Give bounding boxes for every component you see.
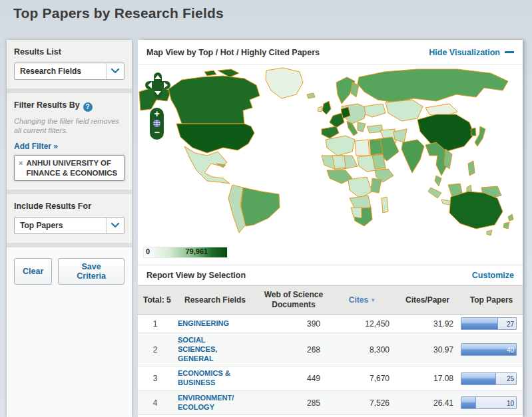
- column-header-cites[interactable]: Cites▼: [330, 286, 395, 315]
- map-view-title: Map View by Top /​ Hot /​ Highly Cited P…: [146, 48, 320, 57]
- report-table: Total: 5 Research Fields Web of Science …: [138, 285, 523, 417]
- section-divider: [7, 88, 132, 93]
- row-rank: 1: [138, 315, 172, 333]
- table-row: 3 ECONOMICS & BUSINESS 449 7,670 17.08 2…: [138, 366, 523, 391]
- wos-documents-value: 449: [258, 366, 330, 391]
- column-header-wos-documents[interactable]: Web of Science Documents: [258, 286, 330, 315]
- top-papers-value: 25: [507, 375, 514, 382]
- research-field-link[interactable]: ENGINEERING: [178, 319, 229, 329]
- report-view-title: Report View by Selection: [146, 271, 246, 280]
- cites-header-label: Cites: [349, 295, 368, 305]
- total-count-label: Total: 5: [138, 286, 172, 315]
- map-canvas: + − 0 79,961: [138, 65, 523, 265]
- top-papers-bar-fill: [461, 318, 498, 329]
- research-field-link[interactable]: ECONOMICS & BUSINESS: [178, 369, 246, 388]
- filter-results-label: Filter Results By?: [14, 100, 125, 112]
- wos-documents-value: 268: [258, 333, 330, 366]
- legend-max-value: 79,961: [186, 247, 208, 255]
- cites-per-paper-value: 30.97: [395, 333, 460, 366]
- chevron-down-icon: [106, 217, 124, 233]
- world-choropleth-map[interactable]: [138, 65, 523, 239]
- include-results-section: Include Results For Top Papers: [7, 194, 132, 243]
- map-zoom-control: + −: [150, 108, 164, 140]
- cites-per-paper-value: 26.41: [395, 390, 460, 415]
- remove-filter-icon[interactable]: ×: [19, 158, 23, 178]
- top-papers-value: 27: [507, 320, 514, 327]
- cites-value: 7,526: [330, 390, 395, 415]
- section-divider: [7, 190, 132, 194]
- table-row: 1 ENGINEERING 390 12,450 31.92 27: [138, 315, 523, 333]
- chevron-down-icon: [106, 63, 124, 79]
- table-row: 2 SOCIAL SCIENCES, GENERAL 268 8,300 30.…: [138, 333, 523, 366]
- collapse-icon: [505, 51, 514, 53]
- wos-documents-value: 390: [258, 315, 330, 333]
- filter-results-label-text: Filter Results By: [14, 100, 80, 110]
- research-field-link[interactable]: ENVIRONMENT/​ECOLOGY: [178, 394, 246, 412]
- top-papers-value: 40: [507, 346, 514, 353]
- top-papers-bar: 25: [461, 372, 517, 385]
- sidebar-buttons: Clear Save Criteria: [7, 247, 132, 295]
- zoom-out-button[interactable]: −: [154, 128, 159, 137]
- top-papers-bar: 27: [461, 317, 517, 330]
- filters-sidebar: Results List Research Fields Filter Resu…: [7, 40, 132, 417]
- top-papers-bar-fill: [461, 373, 496, 384]
- row-rank: 4: [138, 390, 172, 415]
- column-header-top-papers[interactable]: Top Papers: [460, 286, 523, 315]
- cites-per-paper-value: 31.92: [395, 315, 460, 333]
- map-legend-gradient: 0 79,961: [143, 247, 228, 258]
- include-results-label: Include Results For: [14, 202, 125, 211]
- top-papers-bar-fill: [461, 397, 476, 408]
- active-filter-name: ANHUI UNIVERSITY OF FINANCE & ECONOMICS: [26, 158, 120, 178]
- row-rank: 3: [138, 366, 172, 391]
- help-icon[interactable]: ?: [83, 102, 93, 112]
- main-panel: Map View by Top /​ Hot /​ Highly Cited P…: [138, 40, 523, 417]
- results-list-selected-value: Research Fields: [15, 67, 81, 76]
- cites-value: 7,670: [330, 366, 395, 391]
- include-results-dropdown[interactable]: Top Papers: [14, 217, 125, 234]
- page-title: Top Papers by Research Fields: [13, 5, 224, 21]
- top-papers-bar: 10: [461, 396, 517, 409]
- include-results-selected-value: Top Papers: [15, 221, 63, 230]
- active-filter-tag[interactable]: × ANHUI UNIVERSITY OF FINANCE & ECONOMIC…: [14, 155, 125, 181]
- column-header-cites-per-paper[interactable]: Cites/​Paper: [395, 286, 460, 315]
- table-row: 4 ENVIRONMENT/​ECOLOGY 285 7,526 26.41 1…: [138, 390, 523, 415]
- clear-button[interactable]: Clear: [14, 258, 52, 285]
- cites-per-paper-value: 17.08: [395, 366, 460, 391]
- results-list-label: Results List: [14, 47, 125, 57]
- wos-documents-value: 285: [258, 390, 330, 415]
- report-view-header: Report View by Selection Customize: [138, 265, 523, 285]
- results-list-section: Results List Research Fields: [7, 40, 132, 88]
- sort-descending-icon: ▼: [370, 297, 376, 303]
- add-filter-link[interactable]: Add Filter »: [14, 142, 58, 151]
- research-field-link[interactable]: SOCIAL SCIENCES, GENERAL: [178, 336, 246, 363]
- column-header-research-fields[interactable]: Research Fields: [172, 286, 258, 315]
- zoom-in-button[interactable]: +: [154, 110, 159, 118]
- cites-value: 12,450: [330, 315, 395, 333]
- hide-visualization-link[interactable]: Hide Visualization: [429, 48, 514, 57]
- table-header-row: Total: 5 Research Fields Web of Science …: [138, 286, 523, 315]
- filter-note: Changing the filter field removes all cu…: [14, 116, 125, 136]
- customize-link[interactable]: Customize: [472, 271, 514, 280]
- hide-visualization-label: Hide Visualization: [429, 48, 500, 57]
- save-criteria-button[interactable]: Save Criteria: [58, 258, 125, 285]
- top-papers-value: 10: [507, 399, 514, 406]
- filter-results-section: Filter Results By? Changing the filter f…: [7, 93, 132, 190]
- results-list-dropdown[interactable]: Research Fields: [14, 63, 125, 80]
- map-view-header: Map View by Top /​ Hot /​ Highly Cited P…: [138, 40, 523, 65]
- row-rank: 2: [138, 333, 172, 366]
- top-papers-bar: 40: [461, 343, 517, 356]
- map-pan-control[interactable]: [144, 72, 171, 98]
- cites-value: 8,300: [330, 333, 395, 366]
- section-divider: [7, 243, 132, 247]
- legend-min-value: 0: [146, 247, 150, 255]
